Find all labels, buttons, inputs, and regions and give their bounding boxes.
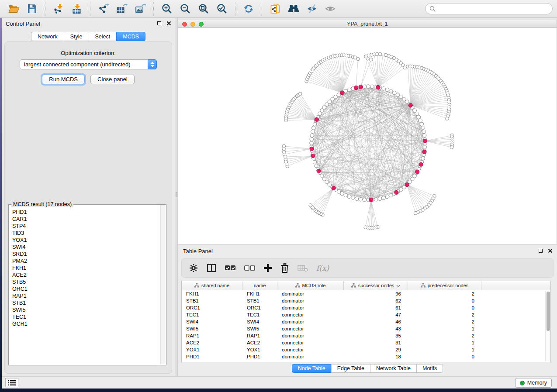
- refresh-button[interactable]: [239, 1, 258, 16]
- cell[interactable]: 2: [408, 318, 481, 325]
- list-item[interactable]: TID3: [12, 230, 160, 237]
- list-item[interactable]: PMA2: [12, 258, 160, 265]
- zoom-out-button[interactable]: [176, 1, 194, 16]
- table-row[interactable]: SWI5SWI5connector431: [182, 325, 550, 332]
- close-panel-icon[interactable]: [166, 21, 171, 26]
- list-item[interactable]: RAP1: [12, 292, 160, 299]
- column-header-shared-name[interactable]: shared name: [182, 281, 242, 290]
- cell[interactable]: SWI4: [182, 318, 242, 325]
- run-mcds-button[interactable]: Run MCDS: [42, 75, 85, 84]
- cell[interactable]: dominator: [277, 318, 344, 325]
- list-item[interactable]: GCR1: [12, 320, 160, 327]
- cell[interactable]: 0: [408, 297, 481, 304]
- cell[interactable]: dominator: [277, 332, 344, 339]
- close-panel-button[interactable]: Close panel: [90, 75, 135, 84]
- list-item[interactable]: TEC1: [12, 313, 160, 320]
- panel-splitter[interactable]: [175, 18, 178, 376]
- cell[interactable]: connector: [277, 339, 344, 346]
- zoom-selected-button[interactable]: [213, 1, 231, 16]
- table-row[interactable]: YOX1YOX1connector291: [182, 346, 550, 353]
- network-canvas[interactable]: [178, 28, 557, 244]
- list-item[interactable]: STB5: [12, 279, 160, 285]
- cell[interactable]: SWI5: [242, 325, 277, 332]
- column-header-MCDS-role[interactable]: MCDS role: [277, 281, 344, 290]
- cell[interactable]: YOX1: [242, 346, 277, 353]
- hide-selected-button[interactable]: [303, 1, 321, 16]
- cell[interactable]: TEC1: [242, 311, 277, 318]
- cell[interactable]: dominator: [277, 304, 344, 311]
- cell[interactable]: 96: [344, 290, 408, 297]
- show-all-button[interactable]: [321, 1, 339, 16]
- cell[interactable]: STB1: [242, 297, 277, 304]
- search-input[interactable]: [436, 5, 548, 13]
- list-item[interactable]: STP4: [12, 223, 160, 230]
- table-row[interactable]: FKH1FKH1dominator962: [182, 290, 550, 297]
- open-session-button[interactable]: [4, 1, 23, 16]
- cell[interactable]: FKH1: [242, 290, 277, 297]
- tab-motifs[interactable]: Motifs: [416, 364, 443, 373]
- delete-column-button[interactable]: [280, 263, 289, 273]
- cell[interactable]: 2: [408, 311, 481, 318]
- tab-network-table[interactable]: Network Table: [370, 364, 417, 373]
- cell[interactable]: dominator: [277, 353, 344, 360]
- network-graph[interactable]: [178, 28, 557, 245]
- node-table[interactable]: shared namenameMCDS rolesuccessor nodesp…: [181, 281, 551, 362]
- cell[interactable]: ACE2: [242, 339, 277, 346]
- cell[interactable]: FKH1: [182, 290, 242, 297]
- float-table-panel-icon[interactable]: [539, 249, 543, 253]
- export-table-button[interactable]: [113, 1, 131, 16]
- table-row[interactable]: STB1STB1dominator620: [182, 297, 550, 304]
- import-network-button[interactable]: [49, 1, 68, 16]
- table-row[interactable]: TEC1TEC1connector472: [182, 311, 550, 318]
- cell[interactable]: connector: [277, 325, 344, 332]
- cell[interactable]: 18: [344, 353, 408, 360]
- import-table-button[interactable]: [68, 1, 86, 16]
- save-session-button[interactable]: [23, 1, 41, 16]
- cell[interactable]: 31: [344, 339, 408, 346]
- table-row[interactable]: SWI4SWI4dominator462: [182, 318, 550, 325]
- table-scrollbar[interactable]: [545, 291, 550, 361]
- cell[interactable]: RAP1: [242, 332, 277, 339]
- cell[interactable]: dominator: [277, 297, 344, 304]
- tab-edge-table[interactable]: Edge Table: [331, 364, 370, 373]
- list-item[interactable]: SWI4: [12, 244, 160, 251]
- cell[interactable]: TEC1: [182, 311, 242, 318]
- cell[interactable]: 43: [344, 325, 408, 332]
- tab-select[interactable]: Select: [89, 32, 117, 41]
- cell[interactable]: 0: [408, 304, 481, 311]
- cell[interactable]: PHD1: [182, 353, 242, 360]
- list-item[interactable]: CAR1: [12, 216, 160, 223]
- show-columns-button[interactable]: [207, 264, 216, 272]
- export-network-button[interactable]: [94, 1, 113, 16]
- cell[interactable]: 47: [344, 311, 408, 318]
- cell[interactable]: connector: [277, 346, 344, 353]
- cell[interactable]: 1: [408, 346, 481, 353]
- memory-button[interactable]: Memory: [515, 378, 552, 388]
- cell[interactable]: SWI5: [182, 325, 242, 332]
- maximize-window-icon[interactable]: [199, 22, 204, 27]
- export-image-button[interactable]: [131, 1, 149, 16]
- cell[interactable]: connector: [277, 311, 344, 318]
- list-item[interactable]: SRD1: [12, 251, 160, 258]
- cell[interactable]: 35: [344, 332, 408, 339]
- cell[interactable]: ACE2: [182, 339, 242, 346]
- list-item[interactable]: ACE2: [12, 272, 160, 279]
- list-item[interactable]: SWI5: [12, 306, 160, 313]
- cell[interactable]: STB1: [182, 297, 242, 304]
- zoom-fit-button[interactable]: [194, 1, 213, 16]
- cell[interactable]: 1: [408, 339, 481, 346]
- close-table-panel-icon[interactable]: [548, 248, 553, 253]
- close-window-icon[interactable]: [182, 22, 187, 27]
- cell[interactable]: 2: [408, 332, 481, 339]
- tab-node-table[interactable]: Node Table: [292, 364, 332, 373]
- tab-network[interactable]: Network: [31, 32, 64, 41]
- list-item[interactable]: FKH1: [12, 265, 160, 272]
- cell[interactable]: 61: [344, 304, 408, 311]
- table-row[interactable]: RAP1RAP1dominator352: [182, 332, 550, 339]
- cell[interactable]: ORC1: [182, 304, 242, 311]
- cell[interactable]: 29: [344, 346, 408, 353]
- table-row[interactable]: ORC1ORC1dominator610: [182, 304, 550, 311]
- minimize-window-icon[interactable]: [190, 22, 195, 27]
- splitter-grip-icon[interactable]: [176, 192, 177, 197]
- criterion-select[interactable]: largest connected component (undirected): [20, 59, 157, 69]
